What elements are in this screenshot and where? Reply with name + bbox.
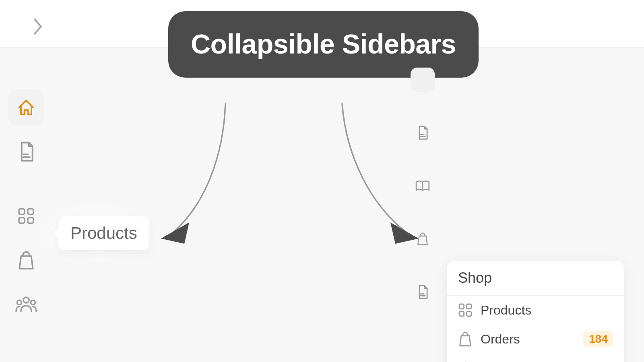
bag-icon (416, 232, 429, 246)
arrow-left (157, 100, 237, 249)
svg-rect-9 (459, 311, 464, 316)
file-icon (416, 284, 429, 300)
collapsed-sidebar-right (411, 84, 435, 333)
orders-badge: 184 (583, 331, 613, 347)
sidebar-item-notes[interactable] (8, 134, 44, 170)
users-icon (15, 296, 37, 313)
sidebar-item-products[interactable] (8, 198, 44, 234)
grid-icon (457, 302, 473, 318)
flyout-item-label: Orders (481, 332, 520, 347)
svg-rect-1 (28, 209, 33, 214)
svg-rect-7 (459, 304, 464, 309)
arrow-right (330, 100, 423, 249)
svg-point-5 (17, 300, 22, 305)
sidebar-flyout: Shop Products Orders 184 (447, 261, 624, 362)
flyout-item-label: Products (481, 303, 531, 318)
home-icon (16, 97, 37, 118)
svg-point-4 (23, 297, 29, 303)
flyout-header: Shop (447, 261, 624, 296)
sidebar-item-shop[interactable] (411, 227, 435, 251)
flyout-item-customers[interactable]: Customers (447, 354, 624, 362)
expand-sidebar-button[interactable] (32, 17, 44, 36)
svg-rect-2 (19, 218, 25, 223)
svg-point-6 (31, 300, 35, 305)
svg-rect-10 (466, 311, 471, 316)
flyout-item-products[interactable]: Products (447, 296, 624, 325)
title-callout: Collapsible Sidebars (168, 11, 479, 78)
sidebar-item-orders[interactable] (8, 242, 44, 278)
sidebar-item-file-2[interactable] (411, 280, 435, 304)
collapsed-sidebar-left (8, 89, 44, 331)
svg-rect-3 (28, 218, 33, 223)
bag-icon (17, 250, 35, 271)
chevron-right-icon (32, 17, 44, 36)
book-icon (415, 179, 430, 192)
file-icon (416, 125, 429, 140)
svg-rect-8 (466, 304, 471, 309)
file-icon (17, 141, 35, 162)
sidebar-item-add[interactable] (411, 68, 435, 92)
sidebar-item-docs[interactable] (411, 174, 435, 198)
content-area: Collapsible Sidebars (0, 47, 644, 362)
grid-icon (17, 206, 36, 226)
sidebar-item-customers[interactable] (8, 286, 44, 323)
users-icon (457, 361, 473, 362)
flyout-item-label: Customers (481, 360, 543, 362)
svg-rect-0 (19, 209, 25, 214)
bag-icon (457, 331, 473, 347)
sidebar-tooltip: Products (58, 216, 149, 250)
sidebar-item-file[interactable] (411, 121, 435, 145)
flyout-item-orders[interactable]: Orders 184 (447, 325, 624, 354)
sidebar-item-home[interactable] (8, 89, 44, 125)
